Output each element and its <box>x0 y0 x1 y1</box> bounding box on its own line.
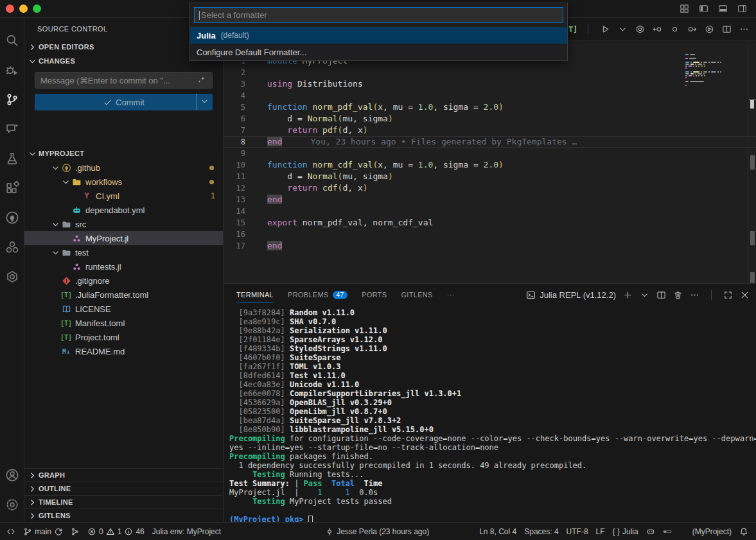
commit-button[interactable]: Commit <box>35 94 213 110</box>
license-icon <box>60 304 72 314</box>
more-actions-icon[interactable] <box>689 290 699 300</box>
minimap[interactable] <box>685 54 746 87</box>
openai-icon[interactable] <box>635 24 646 35</box>
chevron-right-icon <box>27 470 37 480</box>
language-status[interactable]: { }Julia <box>609 523 642 540</box>
previous-change-icon[interactable] <box>652 24 663 35</box>
pane-bottom-icon[interactable] <box>717 4 728 14</box>
notifications-button[interactable] <box>735 523 752 540</box>
commit-message-input[interactable] <box>40 76 197 85</box>
activity-openai-icon[interactable] <box>0 262 24 292</box>
layout-grid-icon[interactable] <box>679 4 689 14</box>
tree-item-test[interactable]: test <box>24 245 223 259</box>
tree-item-myproject-jl[interactable]: MyProject.jl <box>24 231 223 245</box>
terminal-instance-selector[interactable]: Julia REPL (v1.12.2) <box>525 290 616 300</box>
tree-item-label: .JuliaFormatter.toml <box>75 290 148 300</box>
tree-item-ci-yml[interactable]: YCI.yml1 <box>24 189 223 203</box>
terminal-dropdown-icon[interactable] <box>639 290 649 300</box>
section-myproject[interactable]: MYPROJECT <box>24 146 223 161</box>
new-terminal-icon[interactable] <box>622 290 633 300</box>
line-number: 8 <box>224 136 257 148</box>
tree-item--github[interactable]: .github <box>24 161 223 175</box>
open-changes-icon[interactable] <box>669 24 680 35</box>
close-panel-icon[interactable] <box>739 290 750 300</box>
commit-dropdown-button[interactable] <box>196 94 213 110</box>
terminal-output[interactable]: [9a3f8284] Random v1.11.0 [ea8e919c] SHA… <box>224 306 756 522</box>
tree-item--juliaformatter-toml[interactable]: [T].JuliaFormatter.toml <box>24 288 223 302</box>
activity-github-icon[interactable] <box>0 203 24 232</box>
next-change-icon[interactable] <box>687 24 698 35</box>
tree-item-src[interactable]: src <box>24 217 223 231</box>
usage-meter[interactable] <box>659 523 689 540</box>
remote-indicator[interactable] <box>0 523 19 540</box>
activity-julia-icon[interactable] <box>0 232 24 262</box>
side-bar: SOURCE CONTROL OPEN EDITORS CHANGES Comm… <box>24 18 224 522</box>
encoding-status[interactable]: UTF-8 <box>563 523 592 540</box>
tree-item-dependabot-yml[interactable]: dependabot.yml <box>24 203 223 217</box>
quick-pick-item-configure-default-formatter-[interactable]: Configure Default Formatter... <box>190 44 567 60</box>
run-dropdown-icon[interactable] <box>617 24 628 35</box>
branch-status[interactable]: main <box>19 523 67 540</box>
panel-tab-[interactable]: ··· <box>447 284 455 306</box>
activity-chat-icon[interactable] <box>0 114 24 144</box>
activity-run-debug-icon[interactable] <box>0 55 24 85</box>
tree-item-workflows[interactable]: workflows <box>24 175 223 189</box>
indentation-status[interactable]: Spaces: 4 <box>520 523 562 540</box>
quick-pick-input[interactable] <box>201 10 558 20</box>
activity-extensions-icon[interactable] <box>0 173 24 203</box>
section-gitlens[interactable]: GITLENS <box>24 509 223 522</box>
julia-env-status[interactable]: Julia env: MyProject <box>148 523 225 540</box>
section-timeline[interactable]: TIMELINE <box>24 495 223 509</box>
minimize-window-button[interactable] <box>19 4 28 13</box>
overview-ruler[interactable] <box>748 41 756 283</box>
sparkle-icon[interactable] <box>197 75 207 85</box>
maximize-panel-icon[interactable] <box>723 290 733 300</box>
zoom-window-button[interactable] <box>33 4 41 13</box>
tree-item-manifest-toml[interactable]: [T]Manifest.toml <box>24 316 223 330</box>
tree-item-license[interactable]: LICENSE <box>24 302 223 316</box>
commit-author-status[interactable]: Jesse Perla (23 hours ago) <box>321 523 433 540</box>
split-editor-icon[interactable] <box>721 24 732 35</box>
tree-item-label: LICENSE <box>75 304 111 314</box>
panel-tab-problems[interactable]: PROBLEMS47 <box>288 284 347 306</box>
panel-tab-ports[interactable]: PORTS <box>362 284 387 306</box>
chevron-down-icon <box>50 163 60 173</box>
toml-icon: [T] <box>60 290 72 300</box>
more-actions-icon[interactable] <box>739 24 750 35</box>
section-graph[interactable]: GRAPH <box>24 468 223 482</box>
pane-left-icon[interactable] <box>698 4 708 14</box>
editor[interactable]: You, 28 minutes ago | 1 author (You) 1mo… <box>224 41 756 283</box>
status-bar-right: Ln 8, Col 4 Spaces: 4 UTF-8 LF { }Julia … <box>475 523 756 540</box>
activity-settings-icon[interactable] <box>0 490 24 519</box>
panel-tab-terminal[interactable]: TERMINAL <box>236 284 274 306</box>
commit-graph-button[interactable] <box>67 523 84 540</box>
tree-item-label: Manifest.toml <box>75 318 125 328</box>
panel-tab-gitlens[interactable]: GITLENS <box>401 284 433 306</box>
code-text <box>257 67 267 78</box>
folder-icon <box>60 219 72 229</box>
tree-item-readme-md[interactable]: M↓README.md <box>24 344 223 358</box>
julia-project-status[interactable]: (MyProject) <box>689 523 735 540</box>
tree-item-project-toml[interactable]: [T]Project.toml <box>24 330 223 344</box>
cursor-position-status[interactable]: Ln 8, Col 4 <box>475 523 520 540</box>
run-below-icon[interactable] <box>704 24 715 35</box>
activity-beaker-icon[interactable] <box>0 144 24 173</box>
code-line-13: 13end <box>224 194 756 205</box>
quick-pick-item-julia[interactable]: Julia(default) <box>190 27 567 44</box>
traffic-lights <box>0 4 41 13</box>
problems-status[interactable]: 0 1 46 <box>84 523 148 540</box>
activity-search-icon[interactable] <box>0 26 24 55</box>
section-outline[interactable]: OUTLINE <box>24 482 223 495</box>
terminal-icon <box>525 290 536 300</box>
split-terminal-icon[interactable] <box>656 290 666 300</box>
tree-item-runtests-jl[interactable]: runtests.jl <box>24 259 223 274</box>
activity-source-control-icon[interactable] <box>0 85 24 114</box>
eol-status[interactable]: LF <box>592 523 609 540</box>
pane-right-icon[interactable] <box>737 4 747 14</box>
kill-terminal-icon[interactable] <box>672 290 683 300</box>
activity-account-icon[interactable] <box>0 460 24 490</box>
copilot-status[interactable] <box>642 523 659 540</box>
close-window-button[interactable] <box>6 4 14 13</box>
tree-item--gitignore[interactable]: .gitignore <box>24 274 223 288</box>
run-file-icon[interactable] <box>600 24 611 35</box>
